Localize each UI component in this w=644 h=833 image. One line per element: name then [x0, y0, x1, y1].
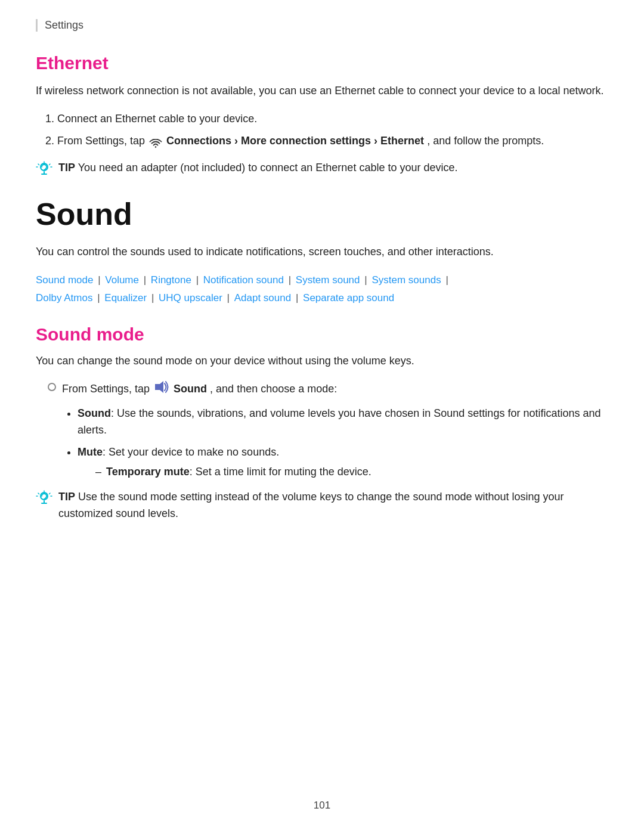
link-system-sounds[interactable]: System sounds	[371, 274, 441, 286]
sound-mode-description: You can change the sound mode on your de…	[36, 353, 608, 370]
link-adapt-sound[interactable]: Adapt sound	[234, 292, 291, 304]
sound-mode-title: Sound mode	[36, 324, 608, 345]
ethernet-section: Ethernet If wireless network connection …	[36, 53, 608, 181]
link-sound-mode[interactable]: Sound mode	[36, 274, 93, 286]
ethernet-tip: TIP You need an adapter (not included) t…	[36, 160, 608, 181]
svg-marker-8	[155, 381, 163, 393]
sound-mode-tip: TIP Use the sound mode setting instead o…	[36, 489, 608, 522]
sound-mode-bullets: Sound: Use the sounds, vibrations, and v…	[78, 405, 608, 481]
step2-prefix: From Settings, tap	[57, 135, 148, 147]
settings-header: Settings	[36, 19, 608, 32]
sound-instruction: From Settings, tap Sound , and then choo…	[48, 380, 608, 399]
sound-mode-section: Sound mode You can change the sound mode…	[36, 324, 608, 522]
sub-bullets: Temporary mute: Set a time limit for mut…	[95, 463, 608, 481]
sound-bold: Sound	[174, 383, 207, 395]
ethernet-tip-text: TIP You need an adapter (not included) t…	[58, 160, 457, 176]
svg-line-14	[49, 493, 51, 494]
link-uhq-upscaler[interactable]: UHQ upscaler	[159, 292, 222, 304]
sound-tip-label: TIP	[58, 491, 75, 503]
ethernet-description: If wireless network connection is not av…	[36, 83, 608, 100]
sound-icon	[154, 380, 169, 399]
sound-instruction-text: From Settings, tap Sound , and then choo…	[62, 380, 337, 399]
sound-links: Sound mode | Volume | Ringtone | Notific…	[36, 271, 608, 308]
ethernet-step-1: Connect an Ethernet cable to your device…	[57, 110, 608, 128]
sound-tip-text: TIP Use the sound mode setting instead o…	[58, 489, 608, 522]
link-system-sound[interactable]: System sound	[296, 274, 360, 286]
circle-bullet-icon	[48, 383, 56, 391]
link-volume[interactable]: Volume	[105, 274, 139, 286]
header-label: Settings	[45, 19, 83, 31]
tip-label: TIP	[58, 162, 75, 174]
bullet-mute: Mute: Set your device to make no sounds.…	[78, 444, 608, 481]
link-notification-sound[interactable]: Notification sound	[203, 274, 284, 286]
step2-bold: Connections › More connection settings ›…	[166, 135, 424, 147]
sound-section: Sound You can control the sounds used to…	[36, 197, 608, 522]
ethernet-title: Ethernet	[36, 53, 608, 73]
sound-title: Sound	[36, 197, 608, 231]
svg-line-13	[38, 493, 39, 494]
step2-suffix: , and follow the prompts.	[427, 135, 544, 147]
link-equalizer[interactable]: Equalizer	[104, 292, 147, 304]
link-ringtone[interactable]: Ringtone	[151, 274, 191, 286]
sub-bullet-temp-mute: Temporary mute: Set a time limit for mut…	[95, 463, 608, 481]
tip-icon	[36, 161, 52, 181]
svg-line-5	[49, 164, 51, 165]
ethernet-step-2: From Settings, tap Connections › More co…	[57, 132, 608, 150]
sound-tip-icon	[36, 490, 52, 510]
wifi-icon	[149, 137, 162, 146]
link-separate-app-sound[interactable]: Separate app sound	[303, 292, 394, 304]
page-number: 101	[0, 800, 644, 812]
ethernet-steps: Connect an Ethernet cable to your device…	[57, 110, 608, 150]
svg-line-4	[38, 164, 39, 165]
link-dolby-atmos[interactable]: Dolby Atmos	[36, 292, 92, 304]
sound-description: You can control the sounds used to indic…	[36, 244, 608, 261]
page: Settings Ethernet If wireless network co…	[0, 0, 644, 833]
bullet-sound: Sound: Use the sounds, vibrations, and v…	[78, 405, 608, 439]
